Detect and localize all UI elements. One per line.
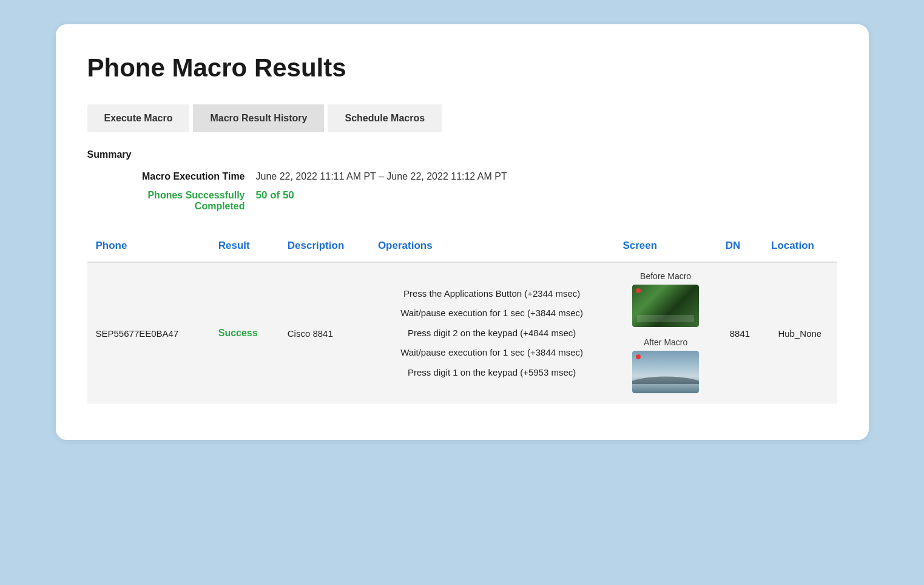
results-table: Phone Result Description Operations Scre… bbox=[87, 234, 837, 404]
before-macro-label: Before Macro bbox=[622, 271, 708, 281]
col-header-location: Location bbox=[763, 234, 837, 262]
execution-time-value: June 22, 2022 11:11 AM PT – June 22, 202… bbox=[256, 171, 507, 182]
col-header-result: Result bbox=[210, 234, 279, 262]
summary-section: Macro Execution Time June 22, 2022 11:11… bbox=[99, 171, 837, 212]
screen-cell: Before Macro After Macro bbox=[614, 262, 717, 404]
result-cell: Success bbox=[210, 262, 279, 404]
before-macro-screenshot bbox=[632, 285, 699, 327]
summary-heading: Summary bbox=[87, 149, 837, 160]
operations-cell: Press the Applications Button (+2344 mse… bbox=[369, 262, 615, 404]
col-header-phone: Phone bbox=[87, 234, 210, 262]
description-cell: Cisco 8841 bbox=[279, 262, 369, 404]
tab-schedule-macros[interactable]: Schedule Macros bbox=[328, 104, 442, 132]
after-macro-image bbox=[632, 351, 699, 393]
execution-time-row: Macro Execution Time June 22, 2022 11:11… bbox=[99, 171, 837, 182]
col-header-operations: Operations bbox=[369, 234, 615, 262]
table-header-row: Phone Result Description Operations Scre… bbox=[87, 234, 837, 262]
result-success-badge: Success bbox=[218, 328, 258, 338]
page-title: Phone Macro Results bbox=[87, 53, 837, 83]
col-header-screen: Screen bbox=[614, 234, 717, 262]
col-header-description: Description bbox=[279, 234, 369, 262]
completed-label: Phones Successfully Completed bbox=[99, 190, 245, 212]
after-macro-screenshot bbox=[632, 351, 699, 393]
dn-cell: 8841 bbox=[717, 262, 763, 404]
after-dot bbox=[636, 354, 641, 359]
operation-5: Press digit 1 on the keypad (+5953 msec) bbox=[378, 366, 606, 380]
before-macro-image bbox=[632, 285, 699, 327]
phone-cell: SEP55677EE0BA47 bbox=[87, 262, 210, 404]
operation-3: Press digit 2 on the keypad (+4844 msec) bbox=[378, 326, 606, 340]
location-cell: Hub_None bbox=[763, 262, 837, 404]
operation-1: Press the Applications Button (+2344 mse… bbox=[378, 287, 606, 301]
table-row: SEP55677EE0BA47 Success Cisco 8841 Press… bbox=[87, 262, 837, 404]
after-macro-label: After Macro bbox=[622, 337, 708, 347]
tab-execute-macro[interactable]: Execute Macro bbox=[87, 104, 190, 132]
tab-macro-result-history[interactable]: Macro Result History bbox=[193, 104, 324, 132]
main-card: Phone Macro Results Execute Macro Macro … bbox=[56, 24, 869, 440]
before-dot bbox=[636, 288, 641, 293]
operation-2: Wait/pause execution for 1 sec (+3844 ms… bbox=[378, 306, 606, 320]
operation-4: Wait/pause execution for 1 sec (+3844 ms… bbox=[378, 346, 606, 360]
tabs-bar: Execute Macro Macro Result History Sched… bbox=[87, 104, 837, 132]
col-header-dn: DN bbox=[717, 234, 763, 262]
completed-value: 50 of 50 bbox=[256, 189, 294, 201]
completed-row: Phones Successfully Completed 50 of 50 bbox=[99, 189, 837, 212]
execution-time-label: Macro Execution Time bbox=[99, 171, 245, 182]
